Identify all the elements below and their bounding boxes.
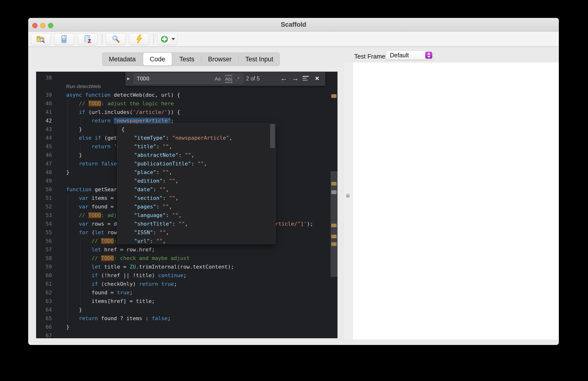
previous-match-icon[interactable]: ←	[280, 72, 287, 85]
token	[121, 238, 134, 244]
token	[66, 221, 79, 227]
token: :	[172, 221, 179, 227]
token	[121, 169, 134, 175]
token: ;	[171, 118, 174, 124]
code-lens-run-detectweb[interactable]: Run detectWeb	[66, 82, 101, 91]
code-text: if (!href || !title) continue;	[66, 271, 187, 280]
line-number: 53	[36, 211, 52, 220]
token	[121, 135, 134, 141]
tab-metadata[interactable]: Metadata	[102, 52, 143, 66]
token: ,	[204, 161, 207, 167]
token	[121, 143, 134, 150]
token: ,	[169, 143, 172, 150]
close-icon[interactable]: ×	[315, 72, 319, 85]
line-number: 45	[36, 142, 52, 151]
json-value: ""	[169, 178, 175, 184]
code-line: 58 // TODO: check and maybe adjust	[36, 254, 337, 263]
test-frame-dropdown[interactable]: Default	[386, 50, 434, 60]
line-number: 65	[36, 314, 52, 323]
token: }	[66, 152, 82, 158]
tab-browser[interactable]: Browser	[201, 52, 238, 66]
tab-code[interactable]: Code	[143, 53, 172, 66]
run-button[interactable]	[129, 33, 149, 45]
test-frame-value: Default	[390, 51, 409, 60]
token: :	[150, 238, 156, 244]
expand-replace-icon[interactable]: ▸	[127, 72, 130, 85]
token: :	[153, 229, 159, 235]
dropdown-stepper-icon	[425, 52, 432, 59]
popup-json-line: "section": "",	[121, 194, 178, 202]
token: :	[166, 212, 172, 218]
detect-button[interactable]	[106, 33, 126, 45]
token	[66, 161, 79, 167]
save-button[interactable]	[54, 33, 74, 45]
token: ;	[168, 315, 171, 321]
token	[121, 212, 134, 218]
token: false	[152, 315, 168, 321]
token: return	[79, 161, 98, 167]
json-value: ""	[197, 161, 204, 167]
token	[121, 204, 134, 210]
json-value: "newspaperArticle"	[172, 135, 229, 141]
open-translator-button[interactable]	[31, 33, 51, 45]
token: return	[92, 143, 110, 150]
json-value: ""	[178, 221, 185, 227]
regex-icon[interactable]: .*	[236, 74, 239, 84]
token: );	[307, 221, 313, 227]
line-number: 42	[36, 116, 52, 125]
code-line: 40 // TODO: adjust the logic here	[36, 99, 337, 108]
token: :	[153, 187, 159, 192]
next-match-icon[interactable]: →	[292, 72, 299, 85]
token: {	[121, 126, 125, 132]
code-line: 62 found = true;	[36, 288, 337, 297]
token	[110, 143, 114, 150]
json-value: ""	[163, 204, 169, 210]
line-number: 48	[36, 168, 52, 177]
match-case-icon[interactable]: Aa	[215, 74, 221, 84]
test-frame-label: Test Frame:	[354, 53, 387, 60]
svg-text:Z: Z	[88, 38, 91, 44]
line-number: 61	[36, 280, 52, 288]
token: found ? items :	[98, 315, 151, 321]
token: ;	[183, 272, 187, 278]
search-match: TODO	[88, 212, 101, 218]
selected-text: 'newspaperArticle'	[114, 118, 171, 124]
token	[158, 281, 161, 287]
json-value: ""	[163, 143, 169, 150]
test-frame-panel	[353, 62, 559, 340]
whole-word-icon[interactable]: Ab|	[225, 75, 232, 83]
line-number: 62	[36, 288, 52, 297]
save-to-zotero-button[interactable]: Z	[77, 33, 98, 45]
find-in-selection-icon[interactable]	[303, 76, 309, 82]
token: return	[139, 281, 158, 287]
pane-splitter[interactable]	[344, 62, 353, 340]
token: function	[66, 187, 92, 192]
code-editor[interactable]: 38Run detectWeb39async function detectWe…	[36, 72, 337, 338]
tab-bar: MetadataCodeTestsBrowserTest Input	[102, 52, 280, 66]
json-key: "publicationTitle"	[134, 161, 191, 167]
token: :	[156, 169, 163, 175]
add-new-button[interactable]	[157, 33, 177, 45]
popup-scrollbar-thumb[interactable]	[270, 124, 275, 148]
token	[121, 178, 134, 184]
overview-ruler[interactable]	[331, 72, 337, 338]
json-key: "itemType"	[134, 135, 166, 141]
tab-test-input[interactable]: Test Input	[239, 52, 280, 66]
token	[110, 118, 114, 124]
find-input[interactable]	[134, 74, 216, 84]
splitter-grip-icon[interactable]	[346, 194, 349, 197]
token: .trimInternal(row.textContent);	[136, 264, 234, 270]
popup-json-line: "ISSN": "",	[121, 228, 169, 237]
token: : adjust the logic here	[101, 100, 174, 106]
token: : check and maybe adjust	[114, 255, 190, 261]
token: else	[79, 135, 92, 141]
token: if	[92, 272, 98, 278]
screen: Scaffold Z MetadataCodeTestsBrowserTest …	[0, 0, 588, 381]
code-text: let href = row.href;	[66, 246, 155, 254]
line-number: 47	[36, 159, 52, 168]
line-number: 63	[36, 297, 52, 305]
json-key: "abstractNote"	[134, 152, 178, 158]
token: }	[66, 126, 82, 132]
tab-tests[interactable]: Tests	[173, 52, 201, 66]
toolbar-separator	[153, 34, 154, 44]
